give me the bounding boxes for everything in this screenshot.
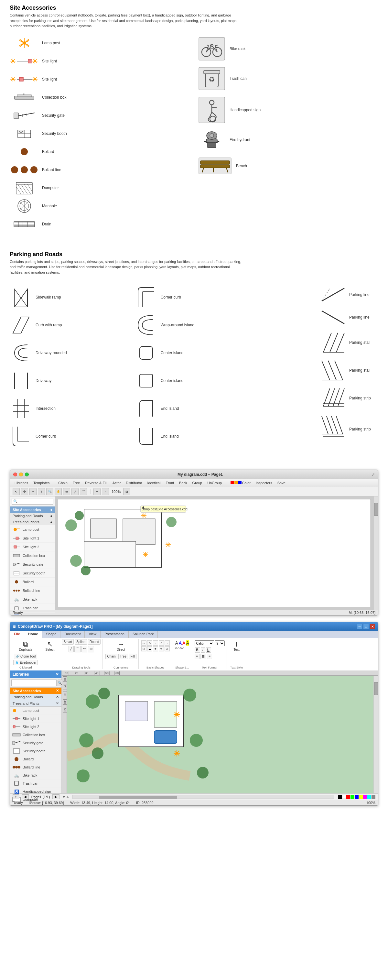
align-center-btn[interactable]: ☰ xyxy=(200,654,206,659)
ribbon-spline-btn[interactable]: Spline xyxy=(75,639,87,644)
tool-arrow[interactable]: ↖ xyxy=(13,488,20,495)
align-left-btn[interactable]: ≡ xyxy=(195,654,200,659)
color-black[interactable] xyxy=(338,795,342,799)
win-search-input[interactable] xyxy=(11,679,57,686)
color-cyan[interactable] xyxy=(367,795,371,799)
mac-sidebar-item-bike-rack[interactable]: 🚲 Bike rack xyxy=(10,595,55,604)
win-sidebar-collection-box[interactable]: Collection box xyxy=(10,731,62,739)
win-cat-site-close[interactable]: ✕ xyxy=(56,689,59,693)
mac-category-parking[interactable]: Parking and Roads ● xyxy=(10,513,55,519)
mac-scrollbar[interactable] xyxy=(374,496,378,610)
toolbar-chain[interactable]: Chain xyxy=(57,480,69,485)
page-prev-btn[interactable]: ◀ xyxy=(22,794,29,799)
minimize-button[interactable] xyxy=(19,473,23,476)
tool-text[interactable]: T xyxy=(38,488,45,495)
tool-pointer[interactable]: ✛ xyxy=(21,488,28,495)
tab-file[interactable]: File xyxy=(10,631,24,638)
tab-solution-park[interactable]: Solution Park xyxy=(129,631,158,638)
shape-hex[interactable]: ⬡ xyxy=(141,646,146,651)
tool-zoom-out[interactable]: − xyxy=(102,488,109,495)
win-category-trees[interactable]: Trees and Plants ✕ xyxy=(10,700,62,707)
tab-home[interactable]: Home xyxy=(24,631,42,638)
tab-presentation[interactable]: Presentation xyxy=(100,631,129,638)
win-cat-trees-close[interactable]: ✕ xyxy=(56,701,59,705)
toolbar-templates[interactable]: Templates xyxy=(32,480,51,485)
ribbon-round-btn[interactable]: Round xyxy=(88,639,100,644)
ribbon-text-btn[interactable]: T Text xyxy=(230,639,244,653)
tool-line[interactable]: ╱ xyxy=(72,488,79,495)
color-yellow[interactable] xyxy=(359,795,363,799)
win-sidebar-security-gate[interactable]: Security gate xyxy=(10,739,62,747)
win-sidebar-site-light-2[interactable]: Site light 2 xyxy=(10,723,62,731)
win-sidebar-bike-rack[interactable]: 🚲 Bike rack xyxy=(10,772,62,780)
ribbon-shapes-btn[interactable]: ▭ xyxy=(88,646,94,652)
win-canvas-inner[interactable] xyxy=(67,676,374,793)
win-scrollbar-v[interactable] xyxy=(374,676,378,793)
bold-btn[interactable]: B xyxy=(195,647,200,653)
color-green[interactable] xyxy=(350,795,355,799)
win-sidebar-close[interactable]: ✕ xyxy=(56,672,59,677)
sidebar-search-input[interactable] xyxy=(12,498,53,504)
mac-sidebar-item-bollard[interactable]: Bollard xyxy=(10,578,55,586)
win-sidebar-bollard-line[interactable]: Bollard line xyxy=(10,763,62,772)
ribbon-fill-btn[interactable]: Fill xyxy=(129,654,137,659)
toolbar-back[interactable]: Back xyxy=(178,480,188,485)
underline-btn[interactable]: U xyxy=(206,647,211,653)
toolbar-actor[interactable]: Actor xyxy=(111,480,122,485)
tool-zoom[interactable]: 🔍 xyxy=(46,488,53,495)
ribbon-pen-btn[interactable]: ✏ xyxy=(81,646,87,652)
toolbar-group[interactable]: Group xyxy=(191,480,204,485)
ribbon-tree-conn-btn[interactable]: Tree xyxy=(118,654,128,659)
win-category-parking[interactable]: Parking and Roads ✕ xyxy=(10,694,62,700)
color-red[interactable] xyxy=(346,795,350,799)
toolbar-libraries[interactable]: Libraries xyxy=(13,480,29,485)
mac-canvas[interactable]: Lamp post[Site Accessories.cdd] xyxy=(55,496,374,610)
font-size-select[interactable]: 9 xyxy=(215,640,225,646)
shape-cloud[interactable]: ☁ xyxy=(147,646,152,651)
close-button[interactable] xyxy=(13,473,17,476)
tab-view[interactable]: View xyxy=(85,631,100,638)
color-magenta[interactable] xyxy=(363,795,367,799)
toolbar-front[interactable]: Front xyxy=(164,480,175,485)
win-sidebar-bollard[interactable]: Bollard xyxy=(10,755,62,763)
toolbar-reverse-fill[interactable]: Reverse & Fill xyxy=(84,480,108,485)
toolbar-inspectors[interactable]: Inspectors xyxy=(254,480,274,485)
align-right-btn[interactable]: ≡ xyxy=(207,654,212,659)
mac-category-trees[interactable]: Trees and Plants ● xyxy=(10,519,55,525)
page-next-btn[interactable]: ▶ xyxy=(52,794,59,799)
win-canvas[interactable]: │10│ │20│ │30│ │40│ │50│ │60│ │10│ │20│ … xyxy=(62,670,378,793)
win-category-site[interactable]: Site Accessories ✕ xyxy=(10,687,62,694)
win-maximize-btn[interactable]: □ xyxy=(363,624,369,629)
ribbon-line-btn[interactable]: ╱ xyxy=(68,646,74,652)
shape-star[interactable]: ★ xyxy=(153,646,158,651)
win-search-btn[interactable]: 🔍 xyxy=(57,679,62,686)
shape-rect[interactable]: ▭ xyxy=(141,640,146,646)
win-sidebar-lamp-post[interactable]: Lamp post xyxy=(10,707,62,715)
page-add-btn[interactable]: + xyxy=(13,794,19,799)
ribbon-direct-btn[interactable]: → Direct xyxy=(114,639,128,653)
tool-rect[interactable]: ▭ xyxy=(63,488,70,495)
tool-fit[interactable]: ⊡ xyxy=(123,488,130,495)
toolbar-color[interactable]: Color xyxy=(229,480,252,485)
ribbon-clone-btn[interactable]: 🔗 Clone Tool xyxy=(14,654,37,659)
win-sidebar-site-light-1[interactable]: Site light 1 xyxy=(10,715,62,723)
color-blue[interactable] xyxy=(355,795,359,799)
win-sidebar-security-booth[interactable]: Security booth xyxy=(10,747,62,755)
font-family-select[interactable]: Calibri xyxy=(195,640,214,646)
ribbon-select-btn[interactable]: ↖ Select xyxy=(43,639,57,653)
mac-sidebar-item-security-booth[interactable]: Security booth xyxy=(10,569,55,578)
tool-connector[interactable]: ⌒ xyxy=(80,488,87,495)
toolbar-distributor[interactable]: Distributor xyxy=(124,480,143,485)
ribbon-eyedropper-btn[interactable]: 💧 Eyedropper xyxy=(13,660,38,665)
maximize-button[interactable] xyxy=(25,473,29,476)
mac-sidebar-item-collection-box[interactable]: Collection box xyxy=(10,552,55,560)
win-close-btn[interactable]: ✕ xyxy=(370,624,375,629)
win-hscroll-thumb[interactable] xyxy=(99,795,177,799)
toolbar-identical[interactable]: Identical xyxy=(146,480,162,485)
win-scroll-thumb[interactable] xyxy=(374,682,378,695)
shape-cross[interactable]: ✚ xyxy=(159,646,164,651)
tool-zoom-in[interactable]: + xyxy=(94,488,100,495)
italic-btn[interactable]: I xyxy=(201,647,205,653)
win-cat-parking-close[interactable]: ✕ xyxy=(56,695,59,699)
scroll-thumb[interactable] xyxy=(374,503,378,516)
